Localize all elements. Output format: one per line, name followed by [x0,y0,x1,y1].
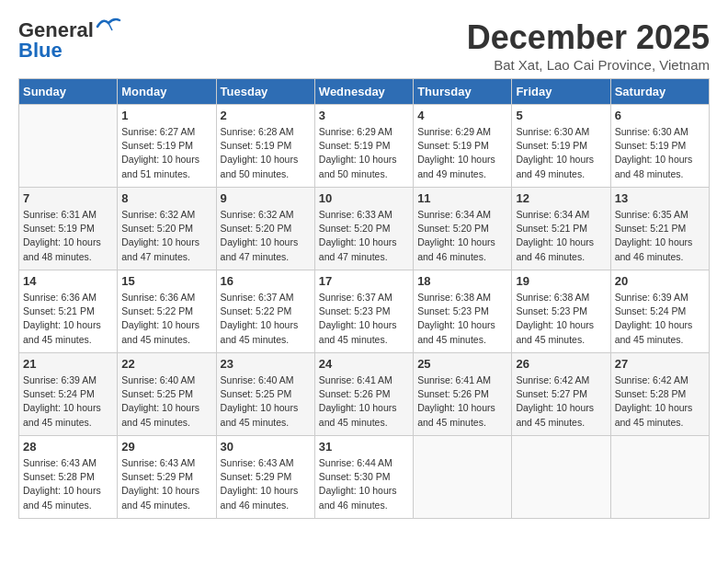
day-info: Sunrise: 6:30 AM Sunset: 5:19 PM Dayligh… [615,125,705,181]
day-info: Sunrise: 6:28 AM Sunset: 5:19 PM Dayligh… [221,125,311,181]
day-header-tuesday: Tuesday [216,79,314,105]
day-number: 13 [615,191,705,205]
calendar-cell: 21Sunrise: 6:39 AM Sunset: 5:24 PM Dayli… [19,353,118,436]
day-info: Sunrise: 6:41 AM Sunset: 5:26 PM Dayligh… [417,373,507,430]
calendar-cell: 29Sunrise: 6:43 AM Sunset: 5:29 PM Dayli… [118,436,216,519]
day-number: 4 [417,109,507,122]
day-number: 22 [121,357,211,371]
day-info: Sunrise: 6:39 AM Sunset: 5:24 PM Dayligh… [615,291,705,347]
calendar-cell: 8Sunrise: 6:32 AM Sunset: 5:20 PM Daylig… [118,188,216,270]
page-header: General Blue December 2025 Bat Xat, Lao … [18,18,710,73]
day-number: 17 [319,274,409,288]
calendar-cell: 24Sunrise: 6:41 AM Sunset: 5:26 PM Dayli… [314,353,413,436]
calendar-cell: 20Sunrise: 6:39 AM Sunset: 5:24 PM Dayli… [610,270,709,353]
calendar-cell: 27Sunrise: 6:42 AM Sunset: 5:28 PM Dayli… [610,353,709,436]
day-number: 31 [319,440,409,454]
day-header-monday: Monday [118,79,216,105]
day-info: Sunrise: 6:38 AM Sunset: 5:23 PM Dayligh… [516,291,606,347]
title-block: December 2025 Bat Xat, Lao Cai Province,… [467,18,710,73]
day-info: Sunrise: 6:39 AM Sunset: 5:24 PM Dayligh… [23,373,113,430]
day-info: Sunrise: 6:33 AM Sunset: 5:20 PM Dayligh… [319,208,409,264]
day-info: Sunrise: 6:29 AM Sunset: 5:19 PM Dayligh… [319,125,409,181]
calendar-week-3: 14Sunrise: 6:36 AM Sunset: 5:21 PM Dayli… [19,270,710,353]
day-number: 16 [221,274,311,288]
day-info: Sunrise: 6:36 AM Sunset: 5:21 PM Dayligh… [23,291,113,347]
day-number: 15 [121,274,211,288]
calendar-cell: 25Sunrise: 6:41 AM Sunset: 5:26 PM Dayli… [414,353,512,436]
day-number: 11 [417,191,507,205]
day-number: 19 [516,274,606,288]
calendar-cell: 15Sunrise: 6:36 AM Sunset: 5:22 PM Dayli… [118,270,216,353]
day-info: Sunrise: 6:34 AM Sunset: 5:21 PM Dayligh… [516,208,606,264]
day-number: 10 [319,191,409,205]
calendar-cell: 28Sunrise: 6:43 AM Sunset: 5:28 PM Dayli… [19,436,118,519]
day-number: 2 [221,109,311,122]
location: Bat Xat, Lao Cai Province, Vietnam [467,57,710,73]
calendar-week-5: 28Sunrise: 6:43 AM Sunset: 5:28 PM Dayli… [19,436,710,519]
day-info: Sunrise: 6:42 AM Sunset: 5:27 PM Dayligh… [516,373,606,430]
day-header-saturday: Saturday [610,79,709,105]
calendar-cell: 30Sunrise: 6:43 AM Sunset: 5:29 PM Dayli… [216,436,314,519]
day-info: Sunrise: 6:27 AM Sunset: 5:19 PM Dayligh… [121,125,211,181]
calendar-cell: 9Sunrise: 6:32 AM Sunset: 5:20 PM Daylig… [216,188,314,270]
calendar-cell: 4Sunrise: 6:29 AM Sunset: 5:19 PM Daylig… [414,105,512,188]
day-number: 1 [121,109,211,122]
calendar-cell: 18Sunrise: 6:38 AM Sunset: 5:23 PM Dayli… [414,270,512,353]
day-info: Sunrise: 6:29 AM Sunset: 5:19 PM Dayligh… [417,125,507,181]
calendar-cell: 1Sunrise: 6:27 AM Sunset: 5:19 PM Daylig… [118,105,216,188]
day-info: Sunrise: 6:40 AM Sunset: 5:25 PM Dayligh… [121,373,211,430]
day-number: 28 [23,440,113,454]
calendar-cell: 22Sunrise: 6:40 AM Sunset: 5:25 PM Dayli… [118,353,216,436]
day-info: Sunrise: 6:44 AM Sunset: 5:30 PM Dayligh… [319,456,409,512]
day-info: Sunrise: 6:31 AM Sunset: 5:19 PM Dayligh… [23,208,113,264]
day-info: Sunrise: 6:42 AM Sunset: 5:28 PM Dayligh… [615,373,705,430]
day-number: 26 [516,357,606,371]
calendar-cell: 19Sunrise: 6:38 AM Sunset: 5:23 PM Dayli… [512,270,610,353]
calendar-cell: 26Sunrise: 6:42 AM Sunset: 5:27 PM Dayli… [512,353,610,436]
day-number: 29 [121,440,211,454]
day-number: 30 [221,440,311,454]
day-info: Sunrise: 6:35 AM Sunset: 5:21 PM Dayligh… [615,208,705,264]
day-info: Sunrise: 6:43 AM Sunset: 5:29 PM Dayligh… [221,456,311,512]
day-info: Sunrise: 6:41 AM Sunset: 5:26 PM Dayligh… [319,373,409,430]
day-number: 5 [516,109,606,122]
calendar-cell: 6Sunrise: 6:30 AM Sunset: 5:19 PM Daylig… [610,105,709,188]
month-title: December 2025 [467,18,710,57]
day-info: Sunrise: 6:34 AM Sunset: 5:20 PM Dayligh… [417,208,507,264]
day-header-wednesday: Wednesday [314,79,413,105]
day-number: 6 [615,109,705,122]
calendar-cell: 16Sunrise: 6:37 AM Sunset: 5:22 PM Dayli… [216,270,314,353]
calendar-cell [19,105,118,188]
day-header-thursday: Thursday [414,79,512,105]
calendar-table: SundayMondayTuesdayWednesdayThursdayFrid… [18,78,710,519]
calendar-week-2: 7Sunrise: 6:31 AM Sunset: 5:19 PM Daylig… [19,188,710,270]
logo-blue: Blue [18,39,63,63]
calendar-cell: 10Sunrise: 6:33 AM Sunset: 5:20 PM Dayli… [314,188,413,270]
calendar-cell: 2Sunrise: 6:28 AM Sunset: 5:19 PM Daylig… [216,105,314,188]
calendar-week-4: 21Sunrise: 6:39 AM Sunset: 5:24 PM Dayli… [19,353,710,436]
day-number: 27 [615,357,705,371]
day-number: 8 [121,191,211,205]
calendar-cell: 31Sunrise: 6:44 AM Sunset: 5:30 PM Dayli… [314,436,413,519]
day-info: Sunrise: 6:37 AM Sunset: 5:22 PM Dayligh… [221,291,311,347]
calendar-week-1: 1Sunrise: 6:27 AM Sunset: 5:19 PM Daylig… [19,105,710,188]
day-info: Sunrise: 6:43 AM Sunset: 5:29 PM Dayligh… [121,456,211,512]
day-number: 25 [417,357,507,371]
day-number: 21 [23,357,113,371]
calendar-cell: 11Sunrise: 6:34 AM Sunset: 5:20 PM Dayli… [414,188,512,270]
calendar-cell: 23Sunrise: 6:40 AM Sunset: 5:25 PM Dayli… [216,353,314,436]
header-row: SundayMondayTuesdayWednesdayThursdayFrid… [19,79,710,105]
logo: General Blue [18,18,121,63]
day-info: Sunrise: 6:38 AM Sunset: 5:23 PM Dayligh… [417,291,507,347]
day-number: 3 [319,109,409,122]
calendar-cell [610,436,709,519]
day-info: Sunrise: 6:36 AM Sunset: 5:22 PM Dayligh… [121,291,211,347]
day-number: 20 [615,274,705,288]
calendar-cell: 5Sunrise: 6:30 AM Sunset: 5:19 PM Daylig… [512,105,610,188]
calendar-cell: 13Sunrise: 6:35 AM Sunset: 5:21 PM Dayli… [610,188,709,270]
calendar-cell: 14Sunrise: 6:36 AM Sunset: 5:21 PM Dayli… [19,270,118,353]
day-header-friday: Friday [512,79,610,105]
day-number: 24 [319,357,409,371]
logo-bird-icon [96,17,121,36]
day-info: Sunrise: 6:32 AM Sunset: 5:20 PM Dayligh… [121,208,211,264]
